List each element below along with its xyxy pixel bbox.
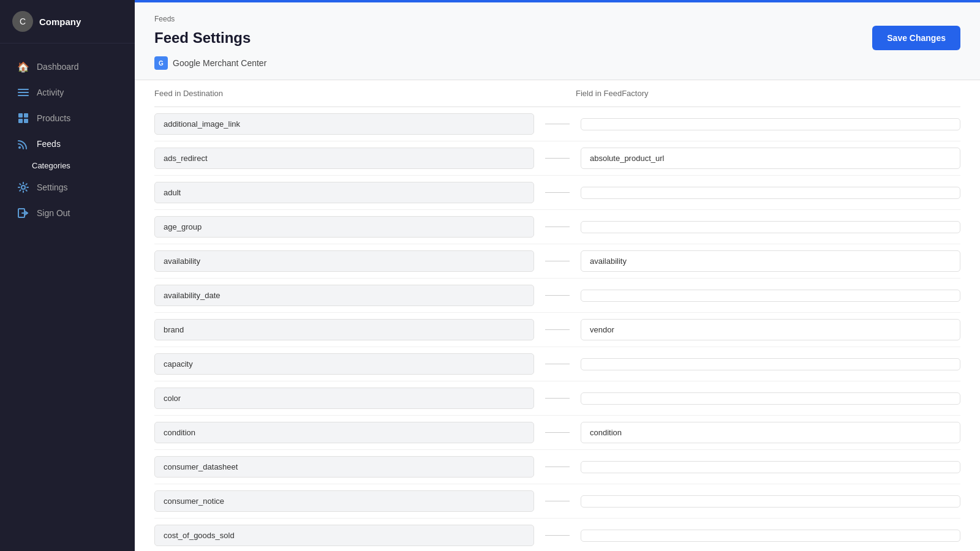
save-button[interactable]: Save Changes [872, 26, 960, 50]
main-content: Feeds Feed Settings Save Changes G Googl… [135, 0, 980, 551]
sidebar-item-signout[interactable]: Sign Out [5, 201, 130, 225]
table-row: conditioncondition [154, 416, 960, 450]
sidebar-item-label: Settings [37, 182, 68, 192]
svg-point-7 [18, 146, 21, 149]
home-icon: 🏠 [17, 61, 29, 73]
table-row: color [154, 381, 960, 416]
dest-field: consumer_datasheet [154, 456, 534, 478]
svg-rect-0 [18, 89, 29, 90]
settings-icon [17, 181, 29, 193]
dest-field: condition [154, 422, 534, 443]
factory-field[interactable] [581, 461, 960, 473]
factory-field[interactable] [581, 221, 960, 233]
connector [539, 432, 576, 433]
table-row: brandvendor [154, 313, 960, 347]
connector [539, 158, 576, 159]
merchant-icon: G [154, 56, 168, 70]
dest-field: age_group [154, 216, 534, 238]
svg-rect-6 [24, 119, 28, 123]
table-row: adult [154, 176, 960, 210]
page-title-row: Feed Settings Save Changes [154, 26, 960, 50]
connector [539, 364, 576, 364]
table-row: capacity [154, 347, 960, 381]
factory-field[interactable] [581, 290, 960, 302]
factory-field[interactable] [581, 118, 960, 130]
connector [539, 261, 576, 261]
sidebar-sub-categories[interactable]: Categories [0, 157, 135, 174]
connector [539, 192, 576, 193]
sidebar-item-label: Dashboard [37, 62, 79, 72]
sidebar-item-dashboard[interactable]: 🏠 Dashboard [5, 54, 130, 79]
factory-field[interactable] [581, 392, 960, 405]
svg-rect-4 [24, 113, 28, 118]
sidebar-item-settings[interactable]: Settings [5, 175, 130, 200]
col-factory-header: Field in FeedFactory [576, 89, 960, 98]
sidebar-item-feeds[interactable]: Feeds [5, 132, 130, 156]
sidebar: C Company 🏠 Dashboard Activity Products … [0, 0, 135, 551]
table-body: additional_image_linkads_redirectabsolut… [154, 107, 960, 551]
svg-rect-5 [18, 119, 23, 123]
dest-field: additional_image_link [154, 113, 534, 135]
sidebar-item-products[interactable]: Products [5, 106, 130, 130]
signout-icon [17, 207, 29, 219]
connector [539, 124, 576, 124]
table-row: ads_redirectabsolute_product_url [154, 141, 960, 176]
sidebar-header: C Company [0, 0, 135, 43]
connector [539, 227, 576, 227]
table-row: availability_date [154, 279, 960, 313]
table-row: cost_of_goods_sold [154, 519, 960, 551]
connector [539, 535, 576, 536]
dest-field: ads_redirect [154, 148, 534, 169]
dest-field: availability_date [154, 285, 534, 306]
factory-field[interactable]: vendor [581, 319, 960, 340]
avatar: C [12, 11, 33, 32]
dest-field: adult [154, 182, 534, 203]
factory-field[interactable] [581, 530, 960, 542]
dest-field: color [154, 388, 534, 409]
connector [539, 329, 576, 330]
company-name: Company [39, 17, 81, 27]
activity-icon [17, 86, 29, 99]
feeds-icon [17, 138, 29, 150]
merchant-badge: G Google Merchant Center [154, 56, 960, 70]
factory-field[interactable] [581, 358, 960, 370]
page-header: Feeds Feed Settings Save Changes G Googl… [135, 2, 980, 80]
sidebar-nav: 🏠 Dashboard Activity Products Feeds Cate… [0, 43, 135, 551]
svg-rect-1 [18, 92, 29, 93]
dest-field: consumer_notice [154, 490, 534, 512]
table-row: additional_image_link [154, 107, 960, 141]
sidebar-item-label: Feeds [37, 139, 61, 149]
svg-rect-3 [18, 113, 23, 118]
connector [539, 501, 576, 501]
factory-field[interactable]: availability [581, 250, 960, 272]
factory-field[interactable] [581, 187, 960, 199]
sidebar-item-label: Sign Out [37, 208, 70, 218]
dest-field: availability [154, 250, 534, 272]
dest-field: cost_of_goods_sold [154, 525, 534, 546]
table-row: availabilityavailability [154, 244, 960, 279]
feed-table: Feed in Destination Field in FeedFactory… [135, 80, 980, 551]
products-icon [17, 112, 29, 124]
sidebar-item-activity[interactable]: Activity [5, 80, 130, 105]
table-header: Feed in Destination Field in FeedFactory [154, 80, 960, 107]
connector [539, 295, 576, 296]
sidebar-item-label: Activity [37, 88, 64, 97]
factory-field[interactable]: condition [581, 422, 960, 443]
connector [539, 467, 576, 467]
merchant-name: Google Merchant Center [173, 58, 266, 68]
dest-field: capacity [154, 353, 534, 375]
page-title: Feed Settings [154, 29, 251, 47]
sidebar-item-label: Products [37, 113, 70, 123]
svg-point-8 [21, 186, 25, 189]
table-row: age_group [154, 210, 960, 244]
factory-field[interactable] [581, 495, 960, 508]
dest-field: brand [154, 319, 534, 340]
table-row: consumer_datasheet [154, 450, 960, 484]
factory-field[interactable]: absolute_product_url [581, 148, 960, 169]
table-row: consumer_notice [154, 484, 960, 519]
sidebar-sub-label: Categories [32, 161, 70, 170]
breadcrumb: Feeds [154, 15, 960, 23]
col-dest-header: Feed in Destination [154, 89, 539, 98]
connector [539, 398, 576, 399]
svg-rect-2 [18, 95, 29, 96]
